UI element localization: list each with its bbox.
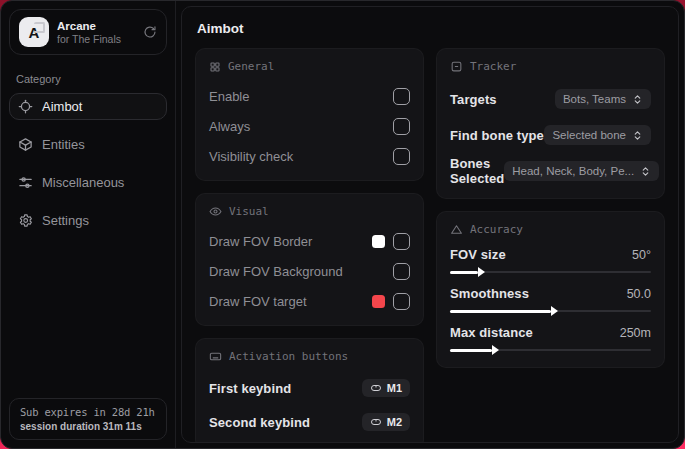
general-card-header: General: [209, 60, 410, 73]
right-column: Tracker Targets Bots, Teams Find bone ty…: [436, 48, 665, 443]
activation-card-title: Activation buttons: [229, 350, 348, 363]
left-column: General Enable Always Visibility check: [195, 48, 424, 443]
find-bone-type-dropdown[interactable]: Selected bone: [544, 125, 651, 145]
gear-icon: [18, 213, 33, 228]
general-card: General Enable Always Visibility check: [195, 48, 424, 181]
setting-label: Bones Selected: [450, 156, 504, 186]
fov-border-checkbox[interactable]: [393, 233, 410, 250]
setting-label: Draw FOV Background: [209, 264, 343, 279]
sidebar-item-label: Settings: [42, 213, 89, 228]
box-icon: [18, 137, 33, 152]
fov-size-slider[interactable]: [450, 267, 651, 277]
crosshair-icon: [18, 99, 33, 114]
grid-icon: [209, 61, 221, 73]
sliders-icon: [18, 175, 33, 190]
slider-thumb[interactable]: [450, 310, 551, 313]
first-keybind-button[interactable]: M1: [362, 379, 410, 397]
visual-card-title: Visual: [229, 205, 269, 218]
app-window: A Arcane for The Finals Category Aimbot: [0, 0, 685, 449]
sidebar-item-label: Aimbot: [42, 99, 82, 114]
app-name: Arcane: [57, 20, 135, 32]
main-panel: Aimbot General Enable Alw: [181, 6, 679, 443]
enable-checkbox[interactable]: [393, 88, 410, 105]
keyboard-icon: [209, 350, 222, 363]
smoothness-slider[interactable]: [450, 306, 651, 316]
setting-row-fov-border: Draw FOV Border: [209, 229, 410, 253]
mouse-icon: [370, 382, 382, 394]
triangle-icon: [450, 223, 463, 236]
dropdown-value: Head, Neck, Body, Pe...: [512, 165, 634, 177]
setting-row-fov-size: FOV size 50°: [450, 247, 651, 277]
app-meta: Arcane for The Finals: [57, 20, 135, 45]
subscription-info: Sub expires in 28d 21h session duration …: [9, 398, 167, 440]
setting-row-enable: Enable: [209, 84, 410, 108]
setting-label: Visibility check: [209, 149, 293, 164]
setting-row-bones-selected: Bones Selected Head, Neck, Body, Pe...: [450, 156, 651, 186]
fov-background-checkbox[interactable]: [393, 263, 410, 280]
keybind-value: M1: [387, 382, 402, 394]
max-distance-slider[interactable]: [450, 345, 651, 355]
fov-target-checkbox[interactable]: [393, 293, 410, 310]
logo-letter: A: [29, 24, 40, 41]
setting-row-max-distance: Max distance 250m: [450, 325, 651, 355]
setting-label: Max distance: [450, 325, 533, 340]
setting-row-fov-background: Draw FOV Background: [209, 259, 410, 283]
setting-row-fov-target: Draw FOV target: [209, 289, 410, 313]
app-subtitle: for The Finals: [57, 33, 135, 45]
fov-border-color-swatch[interactable]: [372, 235, 385, 248]
unfold-more-icon: [632, 94, 643, 105]
general-card-title: General: [228, 60, 274, 73]
sidebar: A Arcane for The Finals Category Aimbot: [1, 1, 176, 448]
unfold-more-icon: [640, 166, 651, 177]
sidebar-item-entities[interactable]: Entities: [9, 131, 167, 158]
always-checkbox[interactable]: [393, 118, 410, 135]
eye-icon: [209, 205, 222, 218]
setting-label: Targets: [450, 92, 497, 107]
keybind-value: M2: [387, 416, 402, 428]
setting-label: Second keybind: [209, 415, 310, 430]
visibility-check-checkbox[interactable]: [393, 148, 410, 165]
visual-card-header: Visual: [209, 205, 410, 218]
app-logo: A: [19, 17, 49, 47]
sidebar-item-settings[interactable]: Settings: [9, 207, 167, 234]
second-keybind-button[interactable]: M2: [362, 413, 410, 431]
setting-label: Find bone type: [450, 128, 544, 143]
setting-row-smoothness: Smoothness 50.0: [450, 286, 651, 316]
setting-row-always: Always: [209, 114, 410, 138]
setting-label: Draw FOV target: [209, 294, 307, 309]
tracker-card-title: Tracker: [470, 60, 516, 73]
setting-label: Smoothness: [450, 286, 529, 301]
tracker-card-header: Tracker: [450, 60, 651, 73]
setting-row-find-bone-type: Find bone type Selected bone: [450, 120, 651, 150]
setting-label: Always: [209, 119, 250, 134]
sub-expires-text: Sub expires in 28d 21h: [20, 406, 156, 418]
app-logo-card: A Arcane for The Finals: [9, 9, 167, 55]
page-title: Aimbot: [195, 17, 665, 48]
sidebar-item-miscellaneous[interactable]: Miscellaneous: [9, 169, 167, 196]
accuracy-card: Accuracy FOV size 50°: [436, 211, 665, 368]
slider-thumb[interactable]: [450, 271, 478, 274]
setting-row-visibility-check: Visibility check: [209, 144, 410, 168]
dropdown-value: Selected bone: [552, 129, 626, 141]
setting-label: First keybind: [209, 381, 291, 396]
frame-icon: [450, 60, 463, 73]
accuracy-card-header: Accuracy: [450, 223, 651, 236]
sidebar-item-label: Entities: [42, 137, 85, 152]
setting-label: Draw FOV Border: [209, 234, 312, 249]
sidebar-item-label: Miscellaneous: [42, 175, 124, 190]
smoothness-value: 50.0: [627, 287, 651, 301]
setting-row-first-keybind: First keybind M1: [209, 374, 410, 402]
fov-target-color-swatch[interactable]: [372, 295, 385, 308]
setting-row-targets: Targets Bots, Teams: [450, 84, 651, 114]
sidebar-item-aimbot[interactable]: Aimbot: [9, 93, 167, 120]
refresh-icon[interactable]: [143, 25, 157, 39]
session-duration-text: session duration 31m 11s: [20, 421, 156, 432]
dropdown-value: Bots, Teams: [563, 93, 626, 105]
unfold-more-icon: [632, 130, 643, 141]
tracker-card: Tracker Targets Bots, Teams Find bone ty…: [436, 48, 665, 199]
slider-thumb[interactable]: [450, 349, 492, 352]
targets-dropdown[interactable]: Bots, Teams: [555, 89, 651, 109]
activation-buttons-card: Activation buttons First keybind M1 Seco…: [195, 338, 424, 443]
bones-selected-dropdown[interactable]: Head, Neck, Body, Pe...: [504, 161, 659, 181]
max-distance-value: 250m: [620, 326, 651, 340]
